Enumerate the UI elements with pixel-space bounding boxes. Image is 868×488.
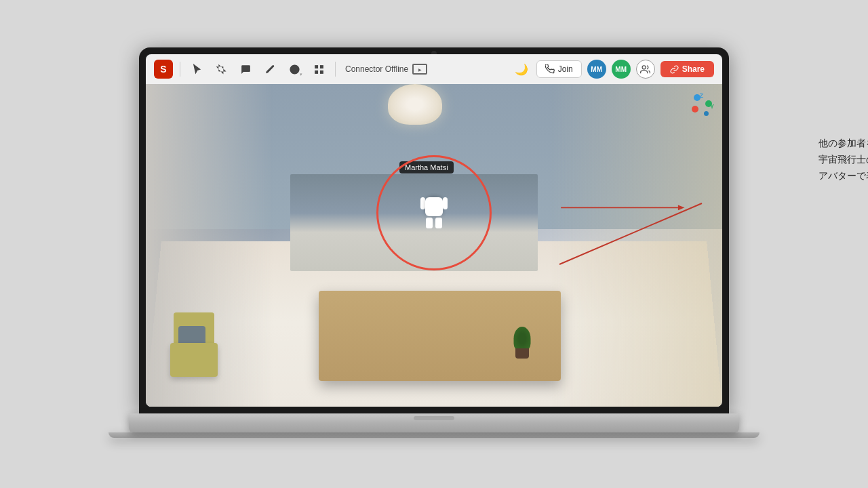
pendant-light <box>388 84 442 125</box>
toolbar: S <box>146 54 722 84</box>
cursor-icon <box>191 64 203 75</box>
plant-pot <box>515 348 529 359</box>
cursor-tool-button[interactable] <box>187 60 206 79</box>
avatar-name-label: Martha Matsi <box>399 161 454 174</box>
laptop-screen: S <box>146 54 722 407</box>
plant <box>512 325 532 359</box>
scene-right-area <box>549 84 722 407</box>
astronaut-body <box>425 197 442 216</box>
phone-icon <box>545 64 555 74</box>
chair-seat <box>170 343 218 377</box>
page-wrapper: S <box>0 0 868 488</box>
kitchen-counter <box>290 174 538 271</box>
axis-z-dot <box>694 94 701 101</box>
annotation-line-3: アバターで表示 <box>818 168 868 184</box>
chat-button[interactable] <box>236 60 255 79</box>
pen-icon <box>264 64 276 75</box>
chat-icon <box>240 64 252 75</box>
axis-y-dot <box>705 100 712 107</box>
sketchup-logo[interactable]: S <box>154 60 173 79</box>
divider-2 <box>335 62 336 77</box>
connector-status: Connector Offline <box>345 64 427 75</box>
share-icon <box>670 65 679 74</box>
join-button[interactable]: Join <box>536 60 582 78</box>
avatar-1-initials: MM <box>591 66 602 73</box>
people-button[interactable] <box>636 60 655 79</box>
laptop-base <box>129 413 739 432</box>
astronaut-right-leg <box>435 218 442 228</box>
join-label: Join <box>558 64 573 74</box>
share-button[interactable]: Share <box>660 61 714 77</box>
laptop-screen-frame: S <box>139 47 729 413</box>
avatar-1[interactable]: MM <box>587 60 606 79</box>
svg-rect-3 <box>319 65 323 68</box>
pen-tool-button[interactable] <box>260 60 279 79</box>
laptop: S <box>139 47 729 441</box>
chair <box>163 316 231 390</box>
share-label: Share <box>682 64 705 74</box>
annotation-line-1: 他の参加者を <box>818 136 868 152</box>
astronaut-legs <box>420 218 448 228</box>
astronaut-right-arm <box>443 197 448 209</box>
svg-rect-4 <box>319 70 323 73</box>
astronaut-arms <box>420 197 448 216</box>
viewport[interactable]: Martha Matsi Z Y <box>146 84 722 407</box>
avatar-2-initials: MM <box>615 66 627 73</box>
scenes-button[interactable] <box>309 60 328 79</box>
people-icon <box>640 64 650 75</box>
compass-button[interactable]: ▾ <box>285 60 304 79</box>
svg-rect-5 <box>315 70 318 73</box>
annotation-text-block: 他の参加者を 宇宙飛行士の アバターで表示 <box>818 136 868 184</box>
astronaut-left-leg <box>426 218 433 228</box>
connector-text: Connector Offline <box>345 64 408 74</box>
crop-icon <box>216 64 227 75</box>
axes-widget: Z Y <box>682 91 715 125</box>
avatar-2[interactable]: MM <box>612 60 631 79</box>
svg-rect-2 <box>315 65 318 68</box>
axis-x-dot <box>692 106 698 113</box>
dark-mode-button[interactable]: 🌙 <box>512 60 531 79</box>
crop-tool-button[interactable] <box>212 60 231 79</box>
connector-screen-icon[interactable] <box>412 64 427 75</box>
plant-leaves <box>513 327 530 350</box>
astronaut-avatar <box>420 197 448 241</box>
axis-small-dot <box>704 111 709 116</box>
compass-icon <box>289 64 300 75</box>
scenes-icon <box>313 64 325 75</box>
laptop-bottom-edge <box>108 432 760 438</box>
astronaut-left-arm <box>420 197 425 209</box>
annotation-line-2: 宇宙飛行士の <box>818 152 868 168</box>
divider-1 <box>180 62 180 77</box>
svg-point-6 <box>642 65 646 68</box>
